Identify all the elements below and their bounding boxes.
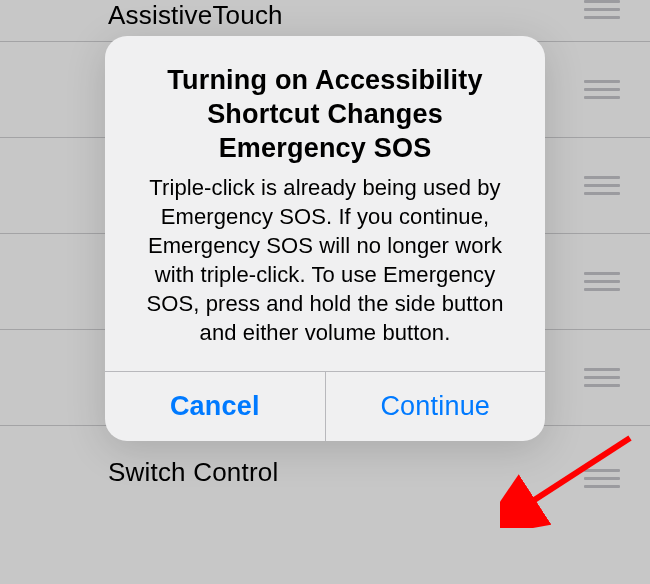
alert-content: Turning on Accessibility Shortcut Change… xyxy=(105,36,545,371)
alert-title: Turning on Accessibility Shortcut Change… xyxy=(131,64,519,165)
alert-button-row: Cancel Continue xyxy=(105,371,545,441)
continue-button[interactable]: Continue xyxy=(326,372,546,441)
confirmation-alert: Turning on Accessibility Shortcut Change… xyxy=(105,36,545,441)
cancel-button[interactable]: Cancel xyxy=(105,372,326,441)
alert-message: Triple-click is already being used by Em… xyxy=(131,173,519,347)
